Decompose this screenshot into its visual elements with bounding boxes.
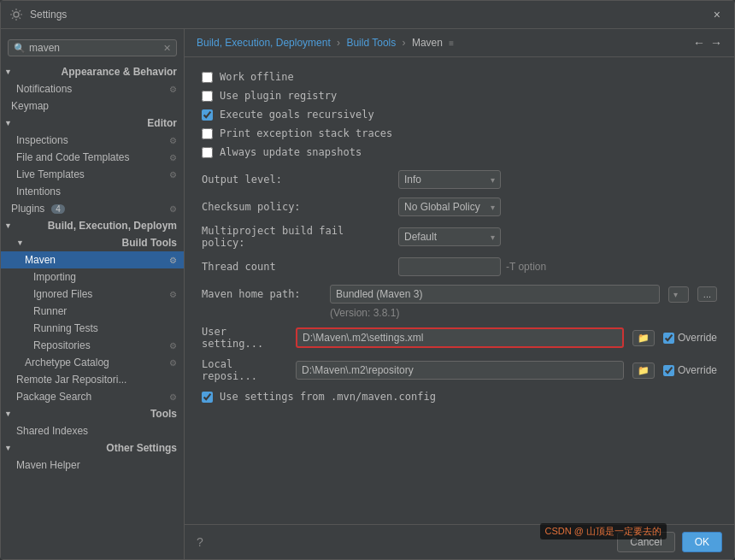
sidebar-item-label: Intentions — [16, 186, 61, 197]
sidebar-item-remote-jar[interactable]: Remote Jar Repositori... — [1, 371, 184, 388]
sidebar-item-notifications[interactable]: Notifications ⚙ — [1, 80, 184, 97]
sidebar-item-runner[interactable]: Runner — [1, 303, 184, 320]
checksum-policy-label: Checksum policy: — [202, 201, 390, 213]
output-level-dropdown[interactable]: Info ▾ — [398, 170, 501, 189]
title-bar: Settings × — [1, 1, 734, 29]
multiproject-policy-label: Multiproject build fail policy: — [202, 225, 390, 249]
breadcrumb-maven: Maven — [412, 37, 443, 49]
local-repo-input[interactable] — [296, 361, 624, 380]
chevron-down-icon: ▾ — [491, 175, 495, 185]
sidebar-item-label: Appearance & Behavior — [62, 66, 177, 78]
sidebar-item-package-search[interactable]: Package Search ⚙ — [1, 388, 184, 405]
thread-count-input[interactable] — [398, 257, 501, 276]
use-settings-row: Use settings from .mvn/maven.config — [202, 391, 717, 403]
local-repo-browse-button[interactable]: 📁 — [632, 363, 655, 379]
sidebar-item-label: Remote Jar Repositori... — [16, 374, 126, 386]
sidebar-item-label: Notifications — [16, 83, 72, 95]
use-plugin-registry-label: Use plugin registry — [220, 90, 337, 102]
sidebar-item-intentions[interactable]: Intentions — [1, 183, 184, 200]
search-input[interactable] — [29, 42, 160, 54]
user-settings-override-label: Override — [678, 332, 717, 344]
chevron-down-icon: ▾ — [491, 233, 495, 242]
user-settings-input[interactable] — [296, 327, 624, 348]
sidebar-item-label: Ignored Files — [33, 288, 92, 300]
always-update-label: Always update snapshots — [220, 146, 362, 158]
output-level-value: Info — [404, 174, 487, 186]
local-repo-override-label: Override — [678, 364, 717, 376]
sidebar-item-label: Build Tools — [122, 237, 177, 249]
sidebar-item-label: File and Code Templates — [16, 151, 130, 163]
local-repo-input-wrap — [296, 361, 624, 380]
ok-button[interactable]: OK — [682, 532, 722, 552]
sidebar-item-ignored-files[interactable]: Ignored Files ⚙ — [1, 286, 184, 303]
print-exception-checkbox[interactable] — [202, 128, 213, 139]
breadcrumb-bar: Build, Execution, Deployment › Build Too… — [185, 29, 734, 57]
sidebar-item-keymap[interactable]: Keymap — [1, 97, 184, 115]
always-update-checkbox[interactable] — [202, 147, 213, 158]
execute-goals-checkbox[interactable] — [202, 109, 213, 121]
sidebar-item-file-code-templates[interactable]: File and Code Templates ⚙ — [1, 149, 184, 166]
sidebar-item-label: Maven — [25, 254, 56, 266]
sidebar-item-maven[interactable]: Maven ⚙ — [1, 251, 184, 268]
sidebar-item-appearance[interactable]: Appearance & Behavior — [1, 63, 184, 80]
maven-home-browse-button[interactable]: ... — [697, 286, 717, 302]
user-settings-input-wrap — [296, 327, 624, 348]
sidebar-item-label: Editor — [147, 117, 177, 129]
main-content: 🔍 ✕ Appearance & Behavior Notifications … — [1, 29, 734, 559]
nav-back-button[interactable]: ← — [693, 36, 705, 50]
user-settings-row: User setting... 📁 Override — [202, 326, 717, 350]
maven-home-input[interactable] — [330, 285, 660, 304]
sidebar-item-repositories[interactable]: Repositories ⚙ — [1, 337, 184, 354]
settings-icon — [9, 8, 23, 21]
sidebar-item-inspections[interactable]: Inspections ⚙ — [1, 132, 184, 149]
nav-forward-button[interactable]: → — [710, 36, 722, 50]
sidebar-item-build-execution[interactable]: Build, Execution, Deploym — [1, 217, 184, 234]
sidebar-item-plugins[interactable]: Plugins 4 ⚙ — [1, 200, 184, 217]
sidebar-item-editor[interactable]: Editor — [1, 115, 184, 132]
sidebar-item-label: Running Tests — [33, 322, 98, 334]
sidebar-item-label: Archetype Catalog — [25, 357, 109, 368]
search-clear-button[interactable]: ✕ — [163, 43, 171, 54]
sidebar-item-build-tools[interactable]: Build Tools — [1, 234, 184, 251]
sidebar-item-other-settings[interactable]: Other Settings — [1, 439, 184, 457]
sidebar-item-label: Package Search — [16, 391, 91, 403]
search-input-wrap[interactable]: 🔍 ✕ — [8, 39, 177, 56]
help-button[interactable]: ? — [197, 535, 203, 549]
local-repo-override-checkbox[interactable] — [663, 365, 674, 376]
thread-count-control: -T option — [398, 257, 717, 276]
sidebar-item-label: Keymap — [11, 100, 49, 112]
maven-home-dropdown[interactable]: ▾ — [668, 286, 689, 303]
sidebar-item-label: Maven Helper — [16, 459, 80, 471]
user-settings-override-checkbox[interactable] — [663, 333, 674, 344]
close-button[interactable]: × — [709, 6, 726, 23]
nav-arrows: ← → — [693, 36, 722, 50]
settings-icon-small: ⚙ — [169, 290, 177, 299]
output-level-row: Output level: Info ▾ — [202, 170, 717, 189]
sidebar-item-running-tests[interactable]: Running Tests — [1, 320, 184, 337]
sidebar-item-tools[interactable]: Tools — [1, 405, 184, 422]
checksum-policy-dropdown[interactable]: No Global Policy ▾ — [398, 197, 501, 216]
sidebar-item-archetype-catalog[interactable]: Archetype Catalog ⚙ — [1, 354, 184, 371]
multiproject-policy-dropdown[interactable]: Default ▾ — [398, 227, 501, 246]
sidebar-item-label: Build, Execution, Deploym — [48, 220, 177, 232]
use-settings-checkbox[interactable] — [202, 392, 213, 403]
svg-point-0 — [14, 12, 19, 17]
work-offline-label: Work offline — [220, 71, 294, 83]
chevron-down-icon: ▾ — [673, 290, 678, 299]
breadcrumb-build[interactable]: Build, Execution, Deployment — [197, 37, 331, 49]
user-settings-label: User setting... — [202, 326, 287, 350]
settings-icon-small: ⚙ — [169, 153, 177, 162]
search-icon: 🔍 — [14, 43, 26, 54]
sidebar-item-importing[interactable]: Importing — [1, 268, 184, 286]
work-offline-checkbox[interactable] — [202, 72, 213, 83]
multiproject-policy-control: Default ▾ — [398, 227, 717, 246]
use-plugin-registry-checkbox[interactable] — [202, 91, 213, 102]
search-box: 🔍 ✕ — [1, 36, 184, 60]
settings-content: Work offline Use plugin registry Execute… — [185, 57, 734, 524]
breadcrumb-build-tools[interactable]: Build Tools — [346, 37, 396, 49]
sidebar-item-maven-helper[interactable]: Maven Helper — [1, 457, 184, 474]
sidebar-item-shared-indexes[interactable]: Shared Indexes — [1, 422, 184, 439]
sidebar-item-label: Other Settings — [106, 442, 177, 454]
user-settings-browse-button[interactable]: 📁 — [632, 330, 655, 346]
sidebar-item-live-templates[interactable]: Live Templates ⚙ — [1, 166, 184, 183]
